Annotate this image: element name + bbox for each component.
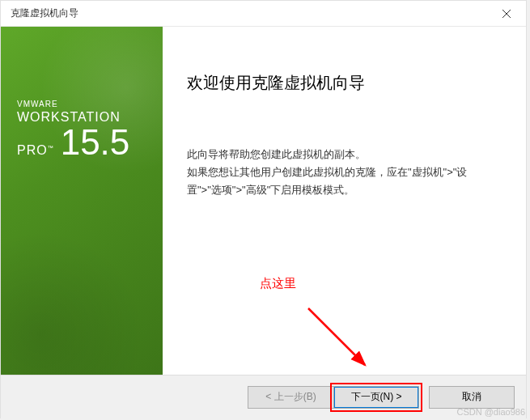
- brand-vmware: VMWARE: [17, 100, 129, 108]
- brand-block: VMWARE WORKSTATION PRO™ 15.5: [17, 100, 129, 160]
- cancel-button[interactable]: 取消: [429, 386, 515, 409]
- brand-version: 15.5: [61, 125, 130, 160]
- window-title: 克隆虚拟机向导: [7, 6, 494, 20]
- back-button: < 上一步(B): [248, 386, 333, 409]
- close-icon: [502, 10, 511, 18]
- wizard-dialog: 克隆虚拟机向导 VMWARE WORKSTATION PRO™ 15.5 欢迎使…: [0, 0, 527, 418]
- sidebar-banner: VMWARE WORKSTATION PRO™ 15.5: [1, 27, 163, 375]
- content-area: VMWARE WORKSTATION PRO™ 15.5 欢迎使用克隆虚拟机向导…: [1, 27, 526, 375]
- footer-buttons: < 上一步(B) 下一页(N) > 取消: [1, 375, 526, 418]
- next-button[interactable]: 下一页(N) >: [333, 386, 419, 409]
- brand-pro: PRO™: [17, 143, 54, 158]
- brand-pro-row: PRO™ 15.5: [17, 125, 129, 160]
- main-panel: 欢迎使用克隆虚拟机向导 此向导将帮助您创建此虚拟机的副本。 如果您想让其他用户创…: [163, 27, 526, 375]
- description-text: 此向导将帮助您创建此虚拟机的副本。 如果您想让其他用户创建此虚拟机的克隆，应在"…: [187, 146, 494, 199]
- close-button[interactable]: [494, 2, 519, 25]
- annotation-label: 点这里: [260, 276, 296, 291]
- titlebar: 克隆虚拟机向导: [1, 1, 526, 27]
- page-title: 欢迎使用克隆虚拟机向导: [187, 72, 494, 94]
